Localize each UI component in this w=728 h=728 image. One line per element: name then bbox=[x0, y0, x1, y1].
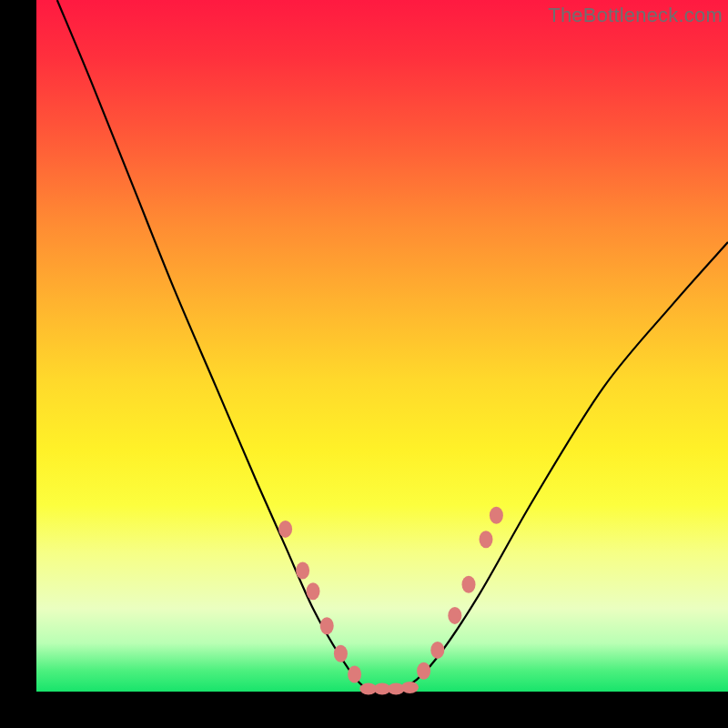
plot-area: TheBottleneck.com bbox=[36, 0, 728, 692]
highlight-dot bbox=[417, 662, 430, 680]
highlight-dot bbox=[480, 531, 493, 548]
highlight-dot bbox=[401, 682, 419, 693]
frame: TheBottleneck.com bbox=[0, 0, 728, 728]
highlight-dot bbox=[430, 642, 444, 659]
chart-svg bbox=[36, 0, 728, 692]
highlight-dot bbox=[307, 582, 320, 600]
highlight-dot bbox=[334, 645, 348, 662]
highlight-dot bbox=[278, 521, 292, 538]
highlight-dot bbox=[490, 507, 503, 524]
highlight-dot bbox=[448, 607, 461, 624]
highlight-dot bbox=[348, 666, 361, 683]
highlight-dot bbox=[296, 562, 309, 580]
highlight-dot bbox=[320, 617, 334, 634]
highlight-dots bbox=[278, 507, 503, 695]
highlight-dot bbox=[462, 576, 476, 593]
bottleneck-curve bbox=[57, 0, 728, 692]
